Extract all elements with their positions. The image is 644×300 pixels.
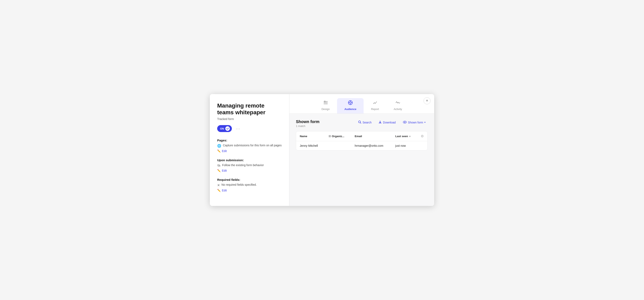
shown-form-title: Shown form <box>296 119 320 124</box>
col-last-seen: Last seen ▾ <box>392 131 417 141</box>
modal-container: Managing remote teams whitepaper Tracked… <box>210 94 434 206</box>
submission-edit-label: Edit <box>222 169 227 172</box>
content-area: Shown form 1 match Search <box>289 114 434 206</box>
report-icon <box>372 100 378 106</box>
submission-section-content: 🛍 Follow the existing form behavior <box>217 163 282 167</box>
required-fields-title: Required fields: <box>217 178 282 181</box>
pages-edit-link[interactable]: ✏️ Edit <box>217 149 282 153</box>
svg-point-5 <box>350 102 351 104</box>
audience-icon <box>348 100 353 106</box>
cell-organization <box>325 141 351 150</box>
activity-icon <box>396 100 400 106</box>
download-button[interactable]: Download <box>377 119 397 126</box>
shown-form-dropdown[interactable]: Shown form ▾ <box>401 120 428 125</box>
svg-rect-3 <box>324 101 325 102</box>
right-panel: × Design <box>289 94 434 206</box>
cell-settings <box>417 141 428 150</box>
required-edit-icon: ✏️ <box>217 189 221 192</box>
globe-icon: 🌐 <box>217 144 221 148</box>
col-organization: ⊞Organiz... <box>325 131 351 141</box>
download-icon <box>378 120 382 125</box>
pages-section: Pages: 🌐 Capture submissions for this fo… <box>217 139 282 153</box>
pages-description: Capture submissions for this form on all… <box>223 144 282 147</box>
toolbar: Search Download <box>356 119 428 126</box>
table-container: Name ⊞Organiz... Email Last seen ▾ ⚙ <box>296 131 428 150</box>
tab-audience-label: Audience <box>344 108 356 111</box>
required-fields-edit-label: Edit <box>222 189 227 192</box>
table-header-row: Name ⊞Organiz... Email Last seen ▾ ⚙ <box>296 131 428 141</box>
pages-section-title: Pages: <box>217 139 282 142</box>
col-email: Email <box>351 131 392 141</box>
submission-edit-link[interactable]: ✏️ Edit <box>217 169 282 172</box>
tab-design[interactable]: Design <box>314 98 337 113</box>
cell-last-seen: just now <box>392 141 417 150</box>
form-subtitle: Tracked form <box>217 117 282 121</box>
more-options-button[interactable]: ··· <box>234 126 242 132</box>
table-settings-button[interactable]: ⚙ <box>421 134 424 138</box>
tabs-bar: Design Audience <box>289 94 434 114</box>
required-fields-section: Required fields: ✕ No required fields sp… <box>217 178 282 192</box>
submission-description: Follow the existing form behavior <box>222 163 264 167</box>
organization-col-icon: ⊞ <box>328 135 331 138</box>
col-name: Name <box>296 131 325 141</box>
pages-section-content: 🌐 Capture submissions for this form on a… <box>217 144 282 148</box>
chevron-down-icon: ▾ <box>424 121 426 124</box>
svg-point-13 <box>404 122 406 123</box>
toggle-label: ON <box>220 127 224 130</box>
required-fields-description: No required fields specified. <box>222 183 257 186</box>
required-fields-content: ✕ No required fields specified. <box>217 183 282 187</box>
submission-edit-icon: ✏️ <box>217 169 221 172</box>
tab-report-label: Report <box>371 108 379 111</box>
tab-activity-label: Activity <box>394 108 402 111</box>
sort-arrow: ▾ <box>409 135 410 138</box>
form-title: Managing remote teams whitepaper <box>217 102 282 116</box>
toggle-row: ON ··· <box>217 125 282 132</box>
pages-edit-label: Edit <box>222 149 227 153</box>
submission-section-title: Upon submission: <box>217 158 282 162</box>
required-fields-edit-link[interactable]: ✏️ Edit <box>217 189 282 192</box>
svg-line-11 <box>360 123 361 123</box>
eye-icon <box>403 121 407 124</box>
search-button[interactable]: Search <box>356 119 373 126</box>
table-row: Jenny Mitchell hrmanager@ortto.com just … <box>296 141 428 150</box>
edit-icon: ✏️ <box>217 149 221 153</box>
download-label: Download <box>383 121 396 124</box>
toggle-check-icon <box>225 126 230 131</box>
tab-activity[interactable]: Activity <box>386 98 409 113</box>
x-icon: ✕ <box>217 183 220 187</box>
cell-email: hrmanager@ortto.com <box>351 141 392 150</box>
submission-section: Upon submission: 🛍 Follow the existing f… <box>217 158 282 172</box>
design-icon <box>323 100 328 106</box>
bag-icon: 🛍 <box>217 164 220 167</box>
tab-report[interactable]: Report <box>364 98 386 113</box>
tab-audience[interactable]: Audience <box>337 98 364 113</box>
shown-form-dropdown-label: Shown form <box>408 121 423 124</box>
match-count: 1 match <box>296 125 320 128</box>
shown-form-header: Shown form 1 match Search <box>296 119 428 128</box>
audience-table: Name ⊞Organiz... Email Last seen ▾ ⚙ <box>296 131 428 150</box>
cell-name: Jenny Mitchell <box>296 141 325 150</box>
search-icon <box>358 120 361 125</box>
toggle-button[interactable]: ON <box>217 125 232 132</box>
close-button[interactable]: × <box>424 97 430 104</box>
col-settings: ⚙ <box>417 131 428 141</box>
tab-design-label: Design <box>322 108 330 111</box>
left-panel: Managing remote teams whitepaper Tracked… <box>210 94 289 206</box>
search-label: Search <box>362 121 372 124</box>
shown-form-title-group: Shown form 1 match <box>296 119 320 128</box>
